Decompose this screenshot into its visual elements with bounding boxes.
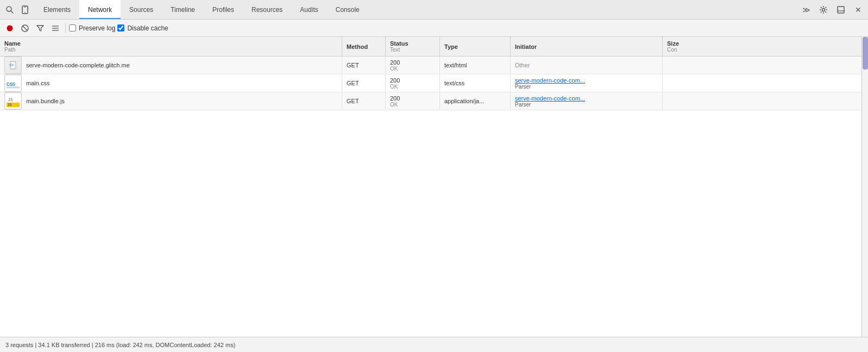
tab-network[interactable]: Network bbox=[79, 0, 121, 19]
cell-method-3: GET bbox=[342, 92, 386, 110]
cell-initiator-3: serve-modern-code-com... Parser bbox=[511, 92, 663, 110]
network-table: Name Path Method Status Text Type Initia… bbox=[0, 37, 861, 337]
record-btn[interactable] bbox=[3, 22, 16, 35]
col-title-type: Type bbox=[444, 43, 506, 50]
col-sub-size: Con bbox=[667, 47, 702, 53]
row1-type: text/html bbox=[444, 62, 467, 68]
row3-status-code: 200 bbox=[390, 95, 400, 102]
disable-cache-text: Disable cache bbox=[127, 24, 168, 32]
disable-cache-checkbox[interactable] bbox=[117, 24, 124, 32]
col-header-method[interactable]: Method bbox=[342, 37, 386, 56]
svg-text:<>: <> bbox=[9, 63, 14, 67]
table-row[interactable]: CSS main.css GET 200 OK text/ bbox=[0, 74, 861, 92]
cell-name-1: <> serve-modern-code-complete.glitch.me bbox=[0, 56, 342, 74]
row2-type: text/css bbox=[444, 80, 464, 86]
svg-text:JS: JS bbox=[8, 97, 14, 102]
execute-icon: ≫ bbox=[802, 5, 810, 14]
cell-method-2: GET bbox=[342, 74, 386, 92]
row2-status-text: OK bbox=[390, 84, 398, 90]
dock-btn[interactable] bbox=[833, 2, 848, 17]
row3-initiator-sub: Parser bbox=[515, 102, 531, 108]
status-bar: 3 requests | 34.1 KB transferred | 216 m… bbox=[0, 337, 868, 352]
svg-text:JS: JS bbox=[8, 103, 12, 107]
top-nav: Elements Network Sources Timeline Profil… bbox=[0, 0, 868, 20]
svg-line-1 bbox=[11, 11, 13, 13]
col-header-status[interactable]: Status Text bbox=[386, 37, 440, 56]
col-title-size: Size bbox=[667, 40, 702, 47]
settings-btn[interactable] bbox=[816, 2, 831, 17]
row3-name: main.bundle.js bbox=[26, 98, 65, 104]
cell-method-1: GET bbox=[342, 56, 386, 74]
cell-status-2: 200 OK bbox=[386, 74, 440, 92]
filter-btn[interactable] bbox=[34, 22, 47, 35]
file-icon-html: <> bbox=[4, 56, 22, 74]
col-title-name: Name bbox=[4, 40, 337, 47]
svg-rect-6 bbox=[838, 7, 844, 13]
cell-name-3: JS JS main.bundle.js bbox=[0, 92, 342, 110]
tab-profiles[interactable]: Profiles bbox=[204, 0, 243, 19]
file-icon-js: JS JS bbox=[4, 92, 22, 110]
scrollbar-thumb[interactable] bbox=[863, 37, 868, 70]
disable-cache-label[interactable]: Disable cache bbox=[117, 24, 168, 32]
preserve-log-label[interactable]: Preserve log bbox=[69, 24, 115, 32]
row2-method: GET bbox=[347, 80, 359, 86]
toolbar-divider bbox=[65, 23, 66, 33]
row1-name: serve-modern-code-complete.glitch.me bbox=[26, 62, 130, 68]
row2-initiator-sub: Parser bbox=[515, 84, 531, 90]
cell-size-3 bbox=[663, 92, 706, 110]
svg-point-5 bbox=[822, 8, 825, 11]
cell-status-3: 200 OK bbox=[386, 92, 440, 110]
col-sub-name: Path bbox=[4, 47, 337, 53]
table-header: Name Path Method Status Text Type Initia… bbox=[0, 37, 861, 56]
row1-status-code: 200 bbox=[390, 59, 400, 66]
nav-tabs: Elements Network Sources Timeline Profil… bbox=[35, 0, 368, 19]
tab-console[interactable]: Console bbox=[327, 0, 368, 19]
row1-status-text: OK bbox=[390, 66, 398, 72]
svg-text:CSS: CSS bbox=[7, 81, 16, 87]
table-row[interactable]: <> serve-modern-code-complete.glitch.me … bbox=[0, 56, 861, 74]
tab-sources[interactable]: Sources bbox=[121, 0, 162, 19]
col-header-name[interactable]: Name Path bbox=[0, 37, 342, 56]
list-view-btn[interactable] bbox=[49, 22, 62, 35]
preserve-log-checkbox[interactable] bbox=[69, 24, 76, 32]
row2-status-code: 200 bbox=[390, 77, 400, 84]
cell-initiator-1: Other bbox=[511, 56, 663, 74]
device-toggle-btn[interactable] bbox=[17, 2, 33, 17]
cell-status-1: 200 OK bbox=[386, 56, 440, 74]
col-title-method: Method bbox=[347, 43, 381, 50]
col-title-initiator: Initiator bbox=[515, 43, 658, 50]
col-header-size[interactable]: Size Con bbox=[663, 37, 706, 56]
table-row[interactable]: JS JS main.bundle.js GET 200 OK bbox=[0, 92, 861, 110]
tab-elements[interactable]: Elements bbox=[35, 0, 79, 19]
svg-point-8 bbox=[7, 25, 13, 31]
status-text: 3 requests | 34.1 KB transferred | 216 m… bbox=[5, 342, 235, 348]
search-icon-btn[interactable] bbox=[2, 2, 17, 17]
col-header-type[interactable]: Type bbox=[440, 37, 511, 56]
execute-btn[interactable]: ≫ bbox=[798, 2, 814, 17]
row3-initiator-link: serve-modern-code-com... bbox=[515, 95, 585, 102]
row2-name: main.css bbox=[26, 80, 49, 86]
cell-size-1 bbox=[663, 56, 706, 74]
nav-right: ≫ ✕ bbox=[798, 2, 866, 17]
row3-status-text: OK bbox=[390, 102, 398, 108]
clear-btn[interactable] bbox=[18, 22, 32, 35]
tab-resources[interactable]: Resources bbox=[243, 0, 291, 19]
cell-type-2: text/css bbox=[440, 74, 511, 92]
preserve-log-text: Preserve log bbox=[79, 24, 115, 32]
col-header-initiator[interactable]: Initiator bbox=[511, 37, 663, 56]
row3-method: GET bbox=[347, 98, 359, 104]
close-btn[interactable]: ✕ bbox=[851, 2, 866, 17]
row3-type: application/ja... bbox=[444, 98, 484, 104]
table-body: <> serve-modern-code-complete.glitch.me … bbox=[0, 56, 861, 337]
tab-timeline[interactable]: Timeline bbox=[162, 0, 204, 19]
svg-rect-18 bbox=[7, 87, 20, 89]
table-wrapper: Name Path Method Status Text Type Initia… bbox=[0, 37, 868, 337]
row2-initiator-link: serve-modern-code-com... bbox=[515, 77, 585, 84]
row1-method: GET bbox=[347, 62, 359, 68]
cell-type-1: text/html bbox=[440, 56, 511, 74]
svg-point-3 bbox=[24, 12, 26, 13]
cell-name-2: CSS main.css bbox=[0, 74, 342, 92]
vertical-scrollbar[interactable] bbox=[861, 37, 868, 337]
tab-audits[interactable]: Audits bbox=[291, 0, 326, 19]
cell-size-2 bbox=[663, 74, 706, 92]
